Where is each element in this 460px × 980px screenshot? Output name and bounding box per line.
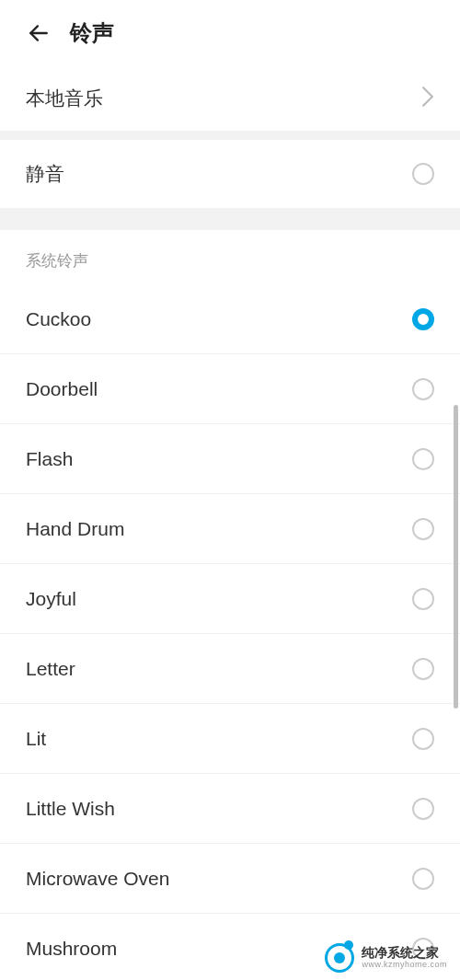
ringtone-label: Lit <box>26 728 46 750</box>
ringtone-row[interactable]: Cuckoo <box>0 284 460 354</box>
radio-unselected[interactable] <box>412 798 434 820</box>
silent-label: 静音 <box>26 161 64 187</box>
local-music-label: 本地音乐 <box>26 86 103 111</box>
page-title: 铃声 <box>70 18 114 48</box>
watermark: 纯净系统之家 www.kzmyhome.com <box>0 938 460 980</box>
divider-gap <box>0 208 460 230</box>
watermark-cn: 纯净系统之家 <box>362 946 439 960</box>
ringtone-row[interactable]: Little Wish <box>0 774 460 844</box>
ringtone-label: Little Wish <box>26 798 115 820</box>
radio-unselected[interactable] <box>412 658 434 680</box>
ringtone-label: Letter <box>26 658 75 680</box>
watermark-text: 纯净系统之家 www.kzmyhome.com <box>362 946 447 969</box>
radio-unselected[interactable] <box>412 868 434 890</box>
ringtone-label: Joyful <box>26 588 76 610</box>
system-ringtones-header: 系统铃声 <box>0 230 460 284</box>
ringtone-label: Doorbell <box>26 378 98 400</box>
radio-unselected[interactable] <box>412 448 434 470</box>
chevron-right-icon <box>421 86 434 110</box>
silent-row[interactable]: 静音 <box>0 140 460 208</box>
ringtone-row[interactable]: Letter <box>0 634 460 704</box>
back-icon[interactable] <box>26 20 52 46</box>
scrollbar[interactable] <box>454 405 458 709</box>
ringtone-label: Microwave Oven <box>26 868 169 890</box>
ringtone-row[interactable]: Flash <box>0 424 460 494</box>
ringtone-row[interactable]: Hand Drum <box>0 494 460 564</box>
ringtone-label: Flash <box>26 448 73 470</box>
ringtone-list: CuckooDoorbellFlashHand DrumJoyfulLetter… <box>0 284 460 980</box>
ringtone-label: Hand Drum <box>26 518 124 540</box>
ringtone-label: Cuckoo <box>26 308 91 330</box>
watermark-en: www.kzmyhome.com <box>362 961 447 970</box>
ringtone-row[interactable]: Joyful <box>0 564 460 634</box>
ringtone-row[interactable]: Lit <box>0 704 460 774</box>
ringtone-row[interactable]: Microwave Oven <box>0 844 460 914</box>
header-bar: 铃声 <box>0 0 460 66</box>
radio-unselected[interactable] <box>412 728 434 750</box>
radio-selected[interactable] <box>412 308 434 330</box>
radio-unselected[interactable] <box>412 378 434 400</box>
divider-gap <box>0 131 460 140</box>
section-label: 系统铃声 <box>26 252 88 270</box>
local-music-row[interactable]: 本地音乐 <box>0 66 460 131</box>
radio-unselected[interactable] <box>412 163 434 185</box>
radio-unselected[interactable] <box>412 518 434 540</box>
radio-unselected[interactable] <box>412 588 434 610</box>
watermark-logo-icon <box>325 943 354 973</box>
ringtone-row[interactable]: Doorbell <box>0 354 460 424</box>
